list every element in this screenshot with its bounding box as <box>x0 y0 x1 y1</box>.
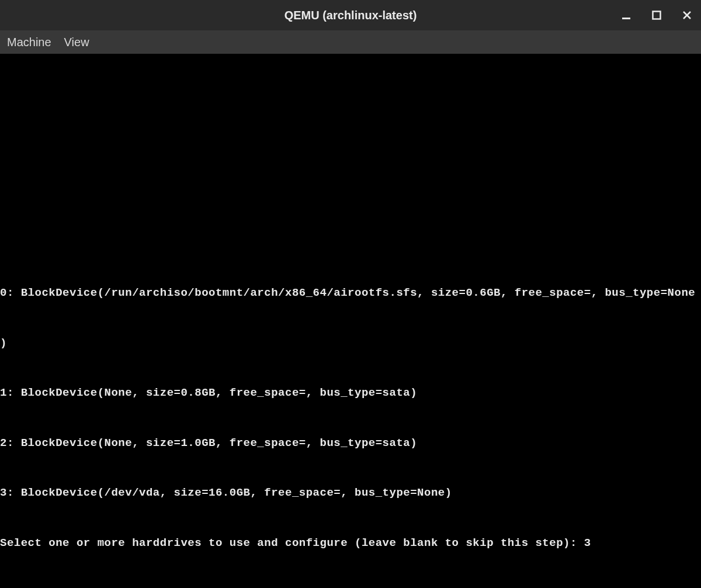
terminal-prompt-line: Select one or more harddrives to use and… <box>0 535 701 552</box>
titlebar: QEMU (archlinux-latest) <box>0 0 701 30</box>
minimize-icon <box>622 11 631 20</box>
close-icon <box>682 11 692 20</box>
terminal-prompt: Select one or more harddrives to use and… <box>0 537 584 549</box>
window-title: QEMU (archlinux-latest) <box>284 9 417 22</box>
terminal[interactable]: 0: BlockDevice(/run/archiso/bootmnt/arch… <box>0 54 701 588</box>
terminal-line: 2: BlockDevice(None, size=1.0GB, free_sp… <box>0 435 701 452</box>
maximize-icon <box>652 11 661 20</box>
menubar: Machine View <box>0 30 701 54</box>
window-controls <box>618 0 695 30</box>
terminal-input[interactable]: 3 <box>584 537 591 549</box>
terminal-line: 0: BlockDevice(/run/archiso/bootmnt/arch… <box>0 285 701 302</box>
terminal-line: ) <box>0 335 701 352</box>
terminal-line: 1: BlockDevice(None, size=0.8GB, free_sp… <box>0 385 701 402</box>
minimize-button[interactable] <box>618 7 634 23</box>
menu-machine[interactable]: Machine <box>6 33 53 51</box>
close-button[interactable] <box>679 7 695 23</box>
maximize-button[interactable] <box>648 7 665 23</box>
svg-rect-0 <box>622 18 630 19</box>
svg-rect-1 <box>653 12 661 19</box>
menu-view[interactable]: View <box>63 33 91 51</box>
terminal-output: 0: BlockDevice(/run/archiso/bootmnt/arch… <box>0 251 701 584</box>
terminal-line: 3: BlockDevice(/dev/vda, size=16.0GB, fr… <box>0 485 701 501</box>
